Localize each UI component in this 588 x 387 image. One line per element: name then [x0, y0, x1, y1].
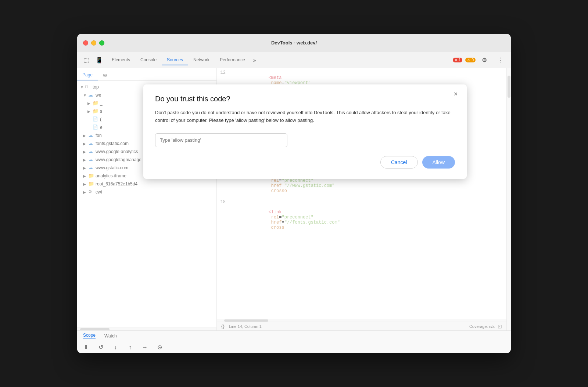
close-dialog-button[interactable]: ×	[451, 89, 461, 99]
tab-network[interactable]: Network	[188, 55, 215, 65]
error-badge: ✕1	[453, 58, 463, 62]
more-menu-icon[interactable]: ⋮	[495, 54, 506, 66]
device-toolbar-icon[interactable]: 📱	[93, 54, 105, 66]
more-tabs-button[interactable]: »	[250, 57, 259, 63]
bottom-panel: Scope Watch ⏸ ↺ ↓ ↑ → ⊝	[77, 330, 511, 353]
allow-button[interactable]: Allow	[422, 156, 455, 169]
close-button[interactable]	[83, 40, 88, 46]
select-element-icon[interactable]: ⬚	[80, 54, 92, 66]
maximize-button[interactable]	[99, 40, 104, 46]
settings-icon[interactable]: ⚙	[478, 54, 490, 66]
devtools-tabs: ⬚ 📱 Elements Console Sources Network Per…	[77, 52, 511, 68]
bottom-toolbar: ⏸ ↺ ↓ ↑ → ⊝	[77, 341, 511, 353]
dialog-body: Don't paste code you do not understand o…	[155, 109, 455, 124]
allow-pasting-input[interactable]	[155, 133, 287, 147]
traffic-lights	[83, 40, 104, 46]
tab-sources[interactable]: Sources	[162, 55, 188, 65]
cancel-button[interactable]: Cancel	[380, 156, 418, 169]
window-title: DevTools - web.dev/	[271, 40, 317, 46]
trust-dialog: × Do you trust this code? Don't paste co…	[143, 84, 467, 179]
tab-console[interactable]: Console	[135, 55, 162, 65]
titlebar: DevTools - web.dev/	[77, 34, 511, 52]
devtools-right-controls: ✕1 ⚠0 ⚙ ⋮	[453, 54, 508, 66]
step-out-icon[interactable]: ↑	[126, 343, 135, 352]
modal-overlay: × Do you trust this code? Don't paste co…	[77, 68, 511, 330]
tab-scope[interactable]: Scope	[83, 333, 96, 339]
deactivate-breakpoints-icon[interactable]: ⊝	[155, 343, 164, 352]
tab-watch[interactable]: Watch	[104, 333, 117, 339]
pause-icon[interactable]: ⏸	[82, 343, 90, 352]
dialog-title: Do you trust this code?	[155, 95, 455, 103]
tab-performance[interactable]: Performance	[215, 55, 250, 65]
warning-badge: ⚠0	[465, 58, 476, 62]
devtools-body: Page W ▼ □ top ▼ ☁ we ▶	[77, 68, 511, 330]
minimize-button[interactable]	[91, 40, 96, 46]
dialog-buttons: Cancel Allow	[155, 156, 455, 169]
step-into-icon[interactable]: ↓	[111, 343, 120, 352]
bottom-panel-tabs: Scope Watch	[77, 331, 511, 341]
step-icon[interactable]: →	[140, 343, 149, 352]
step-over-icon[interactable]: ↺	[96, 343, 105, 352]
devtools-window: DevTools - web.dev/ ⬚ 📱 Elements Console…	[77, 34, 511, 353]
tab-elements[interactable]: Elements	[107, 55, 135, 65]
